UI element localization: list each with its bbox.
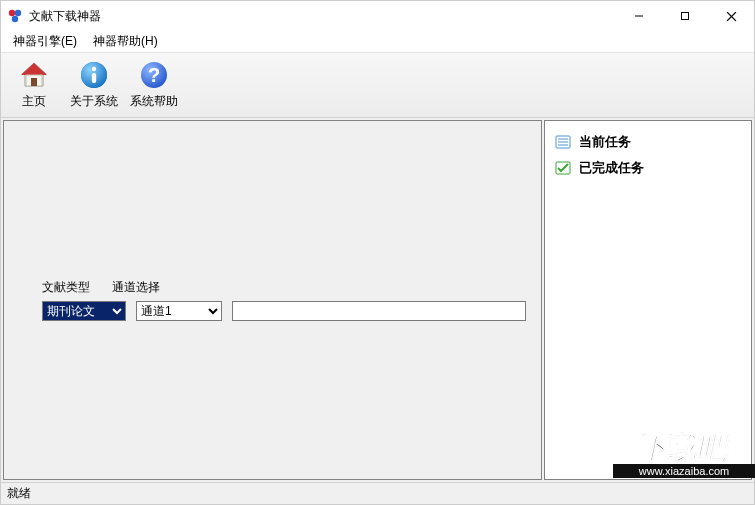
svg-point-0 bbox=[9, 10, 15, 16]
about-button[interactable]: 关于系统 bbox=[65, 56, 123, 113]
form-labels-row: 文献类型 通道选择 bbox=[42, 279, 160, 296]
side-current-tasks[interactable]: 当前任务 bbox=[553, 129, 743, 155]
svg-point-1 bbox=[15, 10, 21, 16]
side-done-label: 已完成任务 bbox=[579, 159, 644, 177]
close-button[interactable] bbox=[708, 1, 754, 31]
menu-help[interactable]: 神器帮助(H) bbox=[85, 31, 166, 52]
help-button[interactable]: ? 系统帮助 bbox=[125, 56, 183, 113]
help-label: 系统帮助 bbox=[130, 93, 178, 110]
svg-rect-14 bbox=[92, 73, 96, 83]
channel-select[interactable]: 通道1 bbox=[136, 301, 222, 321]
svg-marker-8 bbox=[21, 63, 47, 75]
main-panel: 文献类型 通道选择 期刊论文 通道1 bbox=[3, 120, 542, 480]
info-icon bbox=[78, 59, 110, 91]
question-icon: ? bbox=[138, 59, 170, 91]
side-panel: 当前任务 已完成任务 bbox=[544, 120, 752, 480]
form-controls-row: 期刊论文 通道1 bbox=[42, 301, 526, 321]
app-icon bbox=[7, 8, 23, 24]
window-controls bbox=[616, 1, 754, 31]
search-input[interactable] bbox=[232, 301, 526, 321]
list-icon bbox=[555, 134, 571, 150]
statusbar: 就绪 bbox=[1, 482, 754, 504]
minimize-button[interactable] bbox=[616, 1, 662, 31]
menu-engine[interactable]: 神器引擎(E) bbox=[5, 31, 85, 52]
menubar: 神器引擎(E) 神器帮助(H) bbox=[1, 31, 754, 53]
label-channel: 通道选择 bbox=[112, 279, 160, 296]
svg-text:?: ? bbox=[148, 64, 160, 86]
svg-rect-10 bbox=[31, 78, 37, 86]
home-button[interactable]: 主页 bbox=[5, 56, 63, 113]
doc-type-select[interactable]: 期刊论文 bbox=[42, 301, 126, 321]
side-current-label: 当前任务 bbox=[579, 133, 631, 151]
side-done-tasks[interactable]: 已完成任务 bbox=[553, 155, 743, 181]
toolbar: 主页 关于系统 bbox=[1, 53, 754, 118]
svg-rect-4 bbox=[682, 13, 689, 20]
svg-point-13 bbox=[92, 67, 96, 71]
about-label: 关于系统 bbox=[70, 93, 118, 110]
label-doc-type: 文献类型 bbox=[42, 279, 90, 296]
content-area: 文献类型 通道选择 期刊论文 通道1 当前任务 bbox=[1, 118, 754, 482]
titlebar: 文献下载神器 bbox=[1, 1, 754, 31]
maximize-button[interactable] bbox=[662, 1, 708, 31]
svg-point-2 bbox=[12, 16, 18, 22]
home-icon bbox=[18, 59, 50, 91]
check-list-icon bbox=[555, 160, 571, 176]
window-title: 文献下载神器 bbox=[29, 8, 616, 25]
status-text: 就绪 bbox=[7, 485, 31, 502]
home-label: 主页 bbox=[22, 93, 46, 110]
